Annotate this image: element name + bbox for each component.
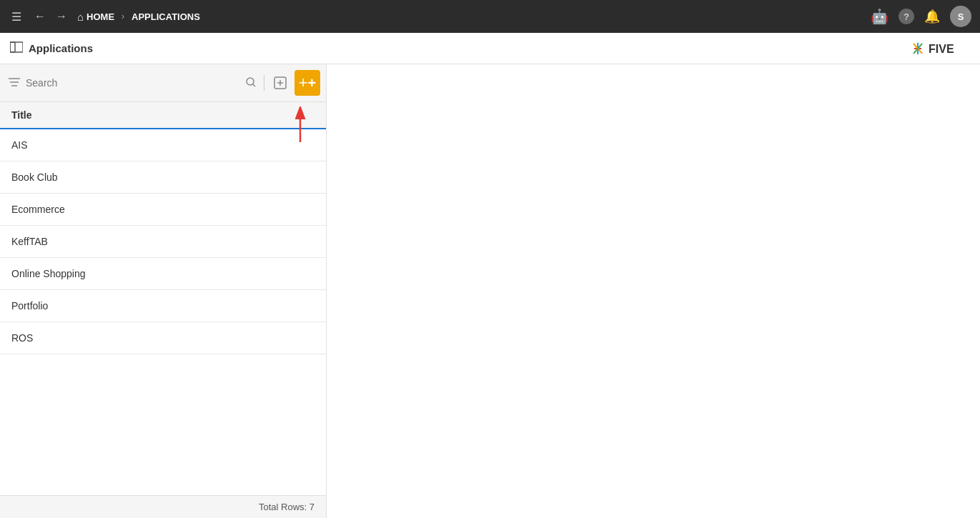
import-button[interactable]: [269, 74, 292, 91]
breadcrumb-chevron: ›: [122, 11, 124, 21]
page-title: Applications: [29, 42, 93, 54]
home-icon: ⌂: [77, 11, 84, 23]
left-panel: + + Title AISBook ClubEcommerceKeffTABOn…: [0, 64, 327, 518]
topbar-nav: ← →: [31, 7, 70, 26]
svg-rect-1: [10, 42, 23, 52]
search-bar: + +: [0, 64, 326, 102]
column-title: Title: [11, 109, 32, 121]
table-header: Title: [0, 102, 326, 129]
filter-icon[interactable]: [6, 76, 23, 91]
forward-icon[interactable]: →: [53, 7, 70, 26]
add-icon: +: [299, 75, 308, 91]
table-row[interactable]: Online Shopping: [0, 258, 326, 290]
back-icon[interactable]: ←: [31, 7, 49, 26]
sidebar-toggle-icon[interactable]: [10, 41, 23, 56]
svg-text:FIVE: FIVE: [929, 43, 954, 55]
bell-icon[interactable]: 🔔: [924, 9, 940, 24]
total-rows: Total Rows: 7: [259, 502, 315, 512]
table-footer: Total Rows: 7: [0, 495, 326, 518]
right-panel: [327, 64, 980, 518]
menu-icon[interactable]: ☰: [9, 7, 24, 26]
table-row[interactable]: AIS: [0, 129, 326, 161]
home-label: HOME: [86, 11, 114, 22]
table-row[interactable]: Ecommerce: [0, 194, 326, 226]
robot-icon[interactable]: 🤖: [871, 8, 889, 25]
topbar-left: ☰ ← → ⌂ HOME › APPLICATIONS: [9, 7, 200, 26]
avatar[interactable]: S: [950, 6, 971, 27]
add-button[interactable]: + +: [295, 70, 320, 96]
topbar-home-link[interactable]: ⌂ HOME: [77, 11, 114, 23]
topbar: ☰ ← → ⌂ HOME › APPLICATIONS 🤖 ? 🔔 S: [0, 0, 980, 33]
subheader-left: Applications: [10, 41, 93, 56]
main-layout: + + Title AISBook ClubEcommerceKeffTABOn…: [0, 64, 980, 518]
table-row[interactable]: Book Club: [0, 161, 326, 194]
subheader: Applications FIVE: [0, 33, 980, 64]
search-divider: [264, 75, 264, 91]
search-icon[interactable]: [242, 75, 259, 91]
table-row[interactable]: ROS: [0, 322, 326, 354]
help-icon[interactable]: ?: [899, 9, 914, 24]
five-logo: FIVE: [913, 39, 970, 59]
svg-rect-0: [10, 42, 15, 52]
topbar-right: 🤖 ? 🔔 S: [871, 6, 971, 27]
table-row[interactable]: KeffTAB: [0, 226, 326, 258]
data-table: Title AISBook ClubEcommerceKeffTABOnline…: [0, 102, 326, 495]
breadcrumb-section: APPLICATIONS: [132, 11, 200, 22]
search-input[interactable]: [26, 77, 239, 89]
table-row[interactable]: Portfolio: [0, 290, 326, 322]
table-body: AISBook ClubEcommerceKeffTABOnline Shopp…: [0, 129, 326, 354]
svg-line-11: [253, 84, 256, 86]
